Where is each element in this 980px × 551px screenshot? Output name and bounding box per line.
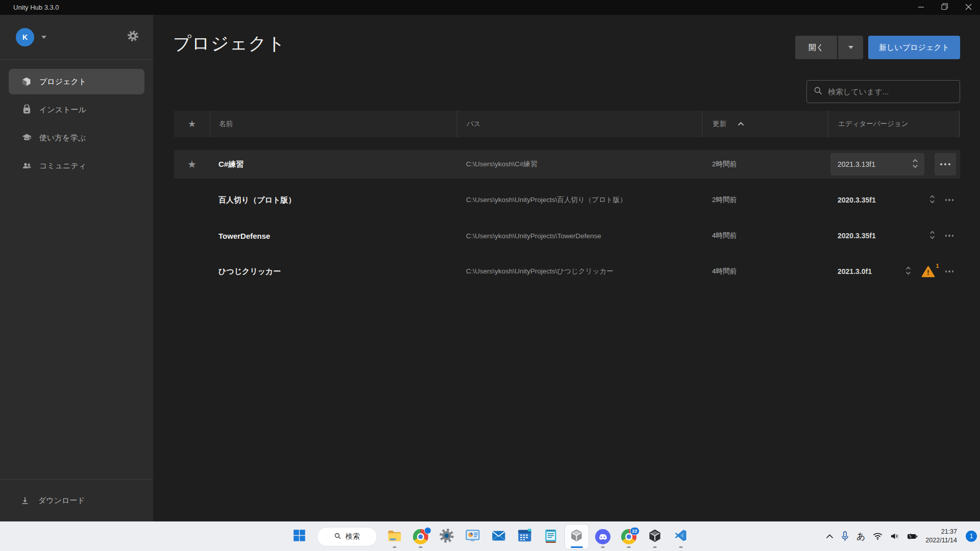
chrome-profile-badge <box>424 527 431 534</box>
clock-date: 2022/11/14 <box>925 536 957 545</box>
unity-editor-button[interactable] <box>643 524 667 549</box>
row-menu-button[interactable] <box>945 270 954 272</box>
select-chevrons-icon[interactable] <box>905 266 911 277</box>
discord-icon <box>595 529 610 544</box>
favorite-toggle[interactable]: ★ <box>174 150 210 179</box>
table-row[interactable]: 百人切り（プロト版） C:\Users\ykosh\UnityProjects\… <box>174 186 960 214</box>
chrome-profile1-button[interactable] <box>409 524 432 549</box>
column-editor-version[interactable]: エディターバージョン <box>828 111 960 137</box>
open-dropdown-button[interactable] <box>838 36 863 59</box>
table-row[interactable]: ★ C#練習 C:\Users\ykosh\C#練習 2時間前 2021.3.1… <box>174 150 960 179</box>
minimize-icon <box>918 3 924 12</box>
restore-button[interactable] <box>933 0 957 15</box>
unity-hub-button[interactable] <box>565 524 589 549</box>
unity-icon <box>648 529 662 545</box>
favorite-toggle[interactable] <box>174 186 210 214</box>
column-favorite[interactable]: ★ <box>174 111 210 137</box>
speaker-icon[interactable] <box>890 532 899 540</box>
notepad-icon <box>544 528 558 545</box>
open-button[interactable]: 開く <box>795 36 837 59</box>
discord-button[interactable] <box>591 524 615 549</box>
editor-version-select[interactable]: 2021.3.13f1 <box>830 153 924 176</box>
gear-icon <box>127 30 139 44</box>
close-button[interactable] <box>957 0 980 15</box>
chrome-profile2-button[interactable]: 22 <box>617 524 641 549</box>
sidebar-item-label: 使い方を学ぶ <box>39 133 86 143</box>
calendar-button[interactable] <box>513 524 536 549</box>
favorite-toggle[interactable] <box>174 257 210 286</box>
mail-icon <box>491 528 506 545</box>
vscode-button[interactable] <box>669 524 693 549</box>
sidebar-item-downloads[interactable]: ダウンロード <box>0 479 153 521</box>
column-updated[interactable]: 更新 <box>702 111 828 137</box>
sidebar-item-learn[interactable]: 使い方を学ぶ <box>9 125 144 151</box>
minimize-button[interactable] <box>910 0 933 15</box>
project-name: ひつじクリッカー <box>210 257 457 286</box>
vscode-icon <box>674 529 688 544</box>
ime-indicator[interactable]: あ <box>856 531 865 542</box>
start-button[interactable] <box>288 524 311 549</box>
sidebar-item-community[interactable]: コミュニティ <box>9 153 144 179</box>
project-path: C:\Users\ykosh\UnityProjects\百人切り（プロト版） <box>457 186 702 214</box>
file-explorer-button[interactable] <box>383 524 406 549</box>
unity-hub-icon <box>570 529 583 544</box>
version-warning-button[interactable]: 1 <box>921 266 935 278</box>
search-input[interactable] <box>828 87 953 96</box>
notification-count-badge[interactable]: 1 <box>966 531 977 542</box>
window-titlebar: Unity Hub 3.3.0 <box>0 0 980 15</box>
row-menu-button[interactable] <box>935 153 956 176</box>
microphone-icon[interactable] <box>841 531 849 542</box>
row-menu-button[interactable] <box>945 235 954 237</box>
table-row[interactable]: ひつじクリッカー C:\Users\ykosh\UnityProjects\ひつ… <box>174 257 960 286</box>
folder-icon <box>387 528 402 545</box>
select-chevrons-icon[interactable] <box>929 195 935 206</box>
notepad-button[interactable] <box>539 524 562 549</box>
editor-version[interactable]: 2020.3.35f1 <box>828 196 876 204</box>
mail-button[interactable] <box>487 524 510 549</box>
sidebar: K プロジェクト インストール 使い方を学ぶ コミュニティ <box>0 15 153 521</box>
warning-triangle-icon <box>921 266 935 278</box>
new-project-button[interactable]: 新しいプロジェクト <box>868 36 960 59</box>
install-icon <box>21 105 32 115</box>
presentation-app-button[interactable] <box>461 524 484 549</box>
gear-icon <box>439 528 454 545</box>
chrome-icon <box>413 529 428 544</box>
taskbar-search[interactable]: 検索 <box>317 527 377 546</box>
clock-time: 21:37 <box>925 528 957 536</box>
sidebar-item-label: コミュニティ <box>39 161 86 171</box>
favorite-toggle[interactable] <box>174 221 210 250</box>
taskbar-clock[interactable]: 21:37 2022/11/14 <box>925 528 957 545</box>
battery-icon[interactable] <box>907 533 918 540</box>
main-content: プロジェクト 開く 新しいプロジェクト ★ 名前 パス 更新 エディターバージョ… <box>153 15 980 521</box>
graduation-cap-icon <box>21 133 32 143</box>
avatar[interactable]: K <box>16 28 34 46</box>
project-name: 百人切り（プロト版） <box>210 186 457 214</box>
restore-icon <box>941 3 948 12</box>
editor-version[interactable]: 2020.3.35f1 <box>828 232 876 240</box>
sidebar-item-label: プロジェクト <box>39 77 86 87</box>
pie-chart-window-icon <box>465 528 480 545</box>
tray-chevron-up-icon[interactable] <box>826 534 834 539</box>
sidebar-item-projects[interactable]: プロジェクト <box>9 69 144 94</box>
sidebar-item-label: ダウンロード <box>38 496 85 506</box>
chrome-badge: 22 <box>630 527 640 535</box>
table-row[interactable]: TowerDefense C:\Users\ykosh\UnityProject… <box>174 221 960 250</box>
row-menu-button[interactable] <box>945 199 954 201</box>
warning-count: 1 <box>936 263 939 269</box>
project-name: C#練習 <box>210 150 457 179</box>
people-icon <box>21 161 32 171</box>
system-tray: あ 21:37 2022/11/14 1 <box>826 521 977 551</box>
account-dropdown-caret-icon[interactable] <box>41 36 46 39</box>
settings-button-taskbar[interactable] <box>435 524 458 549</box>
column-name[interactable]: 名前 <box>210 111 457 137</box>
settings-button[interactable] <box>127 30 139 44</box>
project-name: TowerDefense <box>210 221 457 250</box>
search-box[interactable] <box>806 80 960 103</box>
select-chevrons-icon[interactable] <box>929 231 935 241</box>
editor-version[interactable]: 2021.3.0f1 <box>828 267 872 276</box>
project-updated: 2時間前 <box>702 150 828 179</box>
wifi-icon[interactable] <box>873 533 883 540</box>
sidebar-item-installs[interactable]: インストール <box>9 97 144 122</box>
project-path: C:\Users\ykosh\UnityProjects\ひつじクリッカー <box>457 257 702 286</box>
column-path[interactable]: パス <box>457 111 702 137</box>
